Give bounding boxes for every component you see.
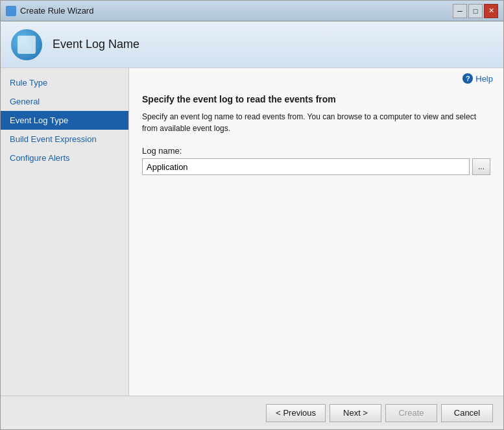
- wizard-header-title: Event Log Name: [53, 38, 139, 51]
- wizard-window: Create Rule Wizard ─ □ ✕ Event Log Name …: [0, 0, 504, 430]
- minimize-button[interactable]: ─: [453, 4, 467, 18]
- wizard-header-icon: [11, 29, 42, 60]
- log-name-input[interactable]: [142, 158, 470, 175]
- help-label: Help: [475, 74, 493, 84]
- cancel-button[interactable]: Cancel: [441, 404, 493, 422]
- window-icon: [6, 6, 16, 16]
- close-button[interactable]: ✕: [484, 4, 498, 18]
- help-link[interactable]: ? Help: [129, 68, 503, 84]
- previous-button[interactable]: < Previous: [266, 404, 326, 422]
- description-part2: available event logs.: [160, 124, 230, 133]
- next-button[interactable]: Next >: [330, 404, 381, 422]
- browse-button[interactable]: ...: [472, 158, 490, 175]
- title-controls: ─ □ ✕: [453, 4, 498, 18]
- wizard-body: Rule Type General Event Log Type Build E…: [1, 68, 503, 396]
- title-bar: Create Rule Wizard ─ □ ✕: [1, 1, 503, 21]
- help-icon: ?: [462, 73, 473, 84]
- wizard-header: Event Log Name: [1, 21, 503, 68]
- sidebar-item-rule-type[interactable]: Rule Type: [1, 73, 128, 92]
- sidebar: Rule Type General Event Log Type Build E…: [1, 68, 129, 396]
- title-bar-left: Create Rule Wizard: [6, 6, 93, 16]
- section-title: Specify the event log to read the events…: [142, 94, 490, 104]
- content-area: ? Help Specify the event log to read the…: [129, 68, 503, 396]
- sidebar-item-configure-alerts[interactable]: Configure Alerts: [1, 149, 128, 167]
- content-inner: Specify the event log to read the events…: [129, 84, 503, 396]
- maximize-button[interactable]: □: [468, 4, 483, 18]
- log-name-label: Log name:: [142, 146, 490, 156]
- wizard-footer: < Previous Next > Create Cancel: [1, 396, 503, 429]
- sidebar-item-build-event-expression[interactable]: Build Event Expression: [1, 130, 128, 149]
- create-button[interactable]: Create: [385, 404, 437, 422]
- sidebar-item-general[interactable]: General: [1, 92, 128, 111]
- sidebar-item-event-log-type[interactable]: Event Log Type: [1, 111, 128, 130]
- section-description: Specify an event log name to read events…: [142, 111, 490, 134]
- log-name-row: ...: [142, 158, 490, 175]
- window-title: Create Rule Wizard: [20, 6, 93, 16]
